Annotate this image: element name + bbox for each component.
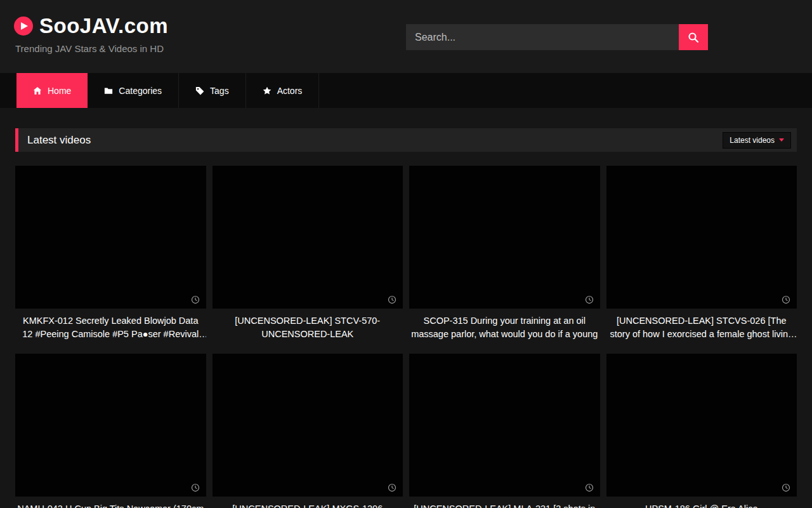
video-thumbnail[interactable]: [15, 166, 206, 309]
tag-icon: [195, 86, 204, 95]
clock-icon: [191, 295, 200, 304]
clock-icon: [388, 483, 396, 492]
chevron-down-icon: [779, 138, 784, 142]
clock-icon: [585, 295, 594, 304]
folder-icon: [104, 86, 113, 95]
logo-text[interactable]: SooJAV.com: [39, 14, 168, 38]
nav-item-actors[interactable]: Actors: [246, 73, 320, 108]
video-thumbnail[interactable]: [213, 354, 403, 497]
clock-icon: [388, 295, 396, 304]
clock-icon: [782, 295, 790, 304]
video-card[interactable]: HPSM-186 Girl @ Era Alice: [606, 354, 797, 508]
site-logo[interactable]: SooJAV.com: [0, 0, 168, 38]
video-card[interactable]: [UNCENSORED-LEAK] STCVS-026 [The story o…: [606, 166, 797, 340]
video-title[interactable]: [UNCENSORED-LEAK] MLA-231 [3 shots in: [409, 502, 600, 508]
nav-label: Actors: [277, 86, 303, 96]
video-thumbnail[interactable]: [606, 166, 797, 309]
video-title[interactable]: KMKFX-012 Secretly Leaked Blowjob Data 1…: [15, 314, 206, 340]
clock-icon: [585, 483, 594, 492]
video-card[interactable]: [UNCENSORED-LEAK] STCV-570-UNCENSORED-LE…: [213, 166, 403, 340]
video-card[interactable]: [UNCENSORED-LEAK] MXGS-1306 Absolutely: [213, 354, 403, 508]
nav-label: Categories: [119, 86, 162, 96]
video-thumbnail[interactable]: [409, 354, 600, 497]
clock-icon: [191, 483, 200, 492]
video-card[interactable]: KMKFX-012 Secretly Leaked Blowjob Data 1…: [15, 166, 206, 340]
video-title[interactable]: NAMH-043 H Cup Big Tits Newcomer (170cm …: [15, 502, 206, 508]
sort-dropdown[interactable]: Latest videos: [723, 132, 791, 149]
video-title[interactable]: [UNCENSORED-LEAK] MXGS-1306 Absolutely: [213, 502, 403, 508]
section-header: Latest videos Latest videos: [15, 128, 797, 152]
video-grid: KMKFX-012 Secretly Leaked Blowjob Data 1…: [15, 166, 797, 508]
main-nav: Home Categories Tags Actors: [0, 73, 812, 108]
home-icon: [33, 86, 42, 95]
video-thumbnail[interactable]: [606, 354, 797, 497]
sort-dropdown-label: Latest videos: [730, 136, 775, 145]
video-title[interactable]: SCOP-315 During your training at an oil …: [409, 314, 600, 340]
site-header: SooJAV.com Trending JAV Stars & Videos i…: [0, 0, 812, 73]
nav-label: Home: [48, 86, 71, 96]
nav-item-categories[interactable]: Categories: [88, 73, 179, 108]
video-title[interactable]: [UNCENSORED-LEAK] STCVS-026 [The story o…: [606, 314, 797, 340]
main-content: Latest videos Latest videos KMKFX-012 Se…: [0, 108, 812, 508]
video-thumbnail[interactable]: [213, 166, 403, 309]
star-icon: [263, 86, 272, 95]
video-card[interactable]: NAMH-043 H Cup Big Tits Newcomer (170cm …: [15, 354, 206, 508]
search-icon: [688, 32, 699, 43]
search-input[interactable]: [406, 24, 679, 50]
search-button[interactable]: [679, 24, 708, 50]
video-thumbnail[interactable]: [409, 166, 600, 309]
nav-item-tags[interactable]: Tags: [179, 73, 246, 108]
video-card[interactable]: SCOP-315 During your training at an oil …: [409, 166, 600, 340]
video-card[interactable]: [UNCENSORED-LEAK] MLA-231 [3 shots in: [409, 354, 600, 508]
video-thumbnail[interactable]: [15, 354, 206, 497]
clock-icon: [782, 483, 790, 492]
search-form: [406, 24, 708, 50]
video-title[interactable]: HPSM-186 Girl @ Era Alice: [606, 502, 797, 508]
section-title: Latest videos: [27, 134, 91, 147]
nav-label: Tags: [210, 86, 229, 96]
nav-item-home[interactable]: Home: [16, 73, 88, 108]
video-title[interactable]: [UNCENSORED-LEAK] STCV-570-UNCENSORED-LE…: [213, 314, 403, 340]
play-logo-icon: [14, 17, 33, 36]
